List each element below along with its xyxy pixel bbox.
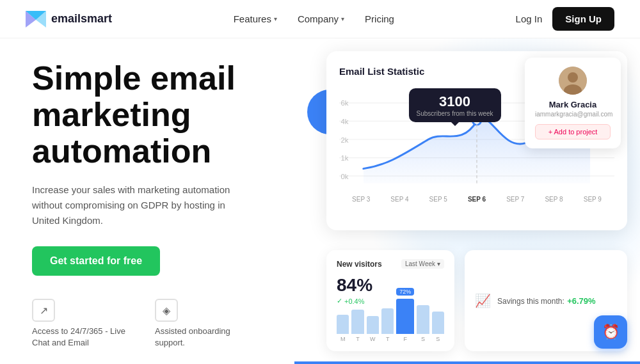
savings-label: Savings this month: [497,297,564,306]
nav-features[interactable]: Features ▾ [234,13,277,24]
hero-section: Simple email marketing automation Increa… [0,38,294,364]
visitors-label: New visitors [337,260,382,269]
bar-F: 72% F [396,288,414,342]
svg-text:6k: 6k [341,100,349,107]
header-actions: Log In Sign Up [516,7,614,31]
chart-up-icon: 📈 [475,293,491,308]
bar-S1: S [417,305,429,342]
check-icon: ✓ [337,297,342,305]
bar-T2: T [381,308,394,342]
logo-text: emailsmart [51,12,112,26]
chat-icon: ↗ [32,299,55,322]
bar-S2: S [432,312,444,342]
bar-W: W [367,316,379,342]
svg-text:2k: 2k [341,136,349,143]
add-project-button[interactable]: + Add to project [535,124,611,139]
signup-button[interactable]: Sign Up [552,7,614,31]
highlight-label: 72% [396,288,414,296]
dashboard-area: Email List Statistic Week ▾ 6k 4k [294,38,640,364]
visitors-percent: 84% [337,275,444,296]
chevron-down-icon: ▾ [274,15,277,22]
chart-dates: SEP 3 SEP 4 SEP 5 SEP 6 SEP 7 SEP 8 SEP … [339,196,614,203]
box-icon: ◈ [155,299,178,322]
profile-card: Mark Gracia iammarkgracia@gmail.com + Ad… [525,58,621,148]
cta-button[interactable]: Get started for free [32,246,160,276]
svg-point-16 [568,72,578,83]
hero-subtitle: Increase your sales with marketing autom… [32,182,237,228]
features-row: ↗ Access to 24/7/365 - Live Chat and Ema… [32,299,269,349]
bottom-bar [294,361,640,364]
login-button[interactable]: Log In [516,13,543,24]
hero-title: Simple email marketing automation [32,60,269,170]
bar-chart: M T W T 72% [337,310,444,342]
clock-icon: ⏰ [602,324,620,340]
visitors-change: ✓ +0.4% [337,297,444,305]
chevron-down-icon: ▾ [341,15,344,22]
nav-company[interactable]: Company ▾ [298,13,344,24]
last-week-badge[interactable]: Last Week ▾ [401,259,444,269]
bar-M: M [337,315,349,342]
feature-chat-text: Access to 24/7/365 - Live Chat and Email [32,326,134,349]
savings-value: +6.79% [567,296,595,306]
feature-chat: ↗ Access to 24/7/365 - Live Chat and Ema… [32,299,134,349]
chart-title: Email List Statistic [339,66,424,77]
logo[interactable]: emailsmart [26,11,112,28]
feature-onboarding: ◈ Assisted onboarding support. [155,299,257,349]
svg-text:0k: 0k [341,173,349,180]
nav-pricing[interactable]: Pricing [365,13,394,24]
bottom-cards: New visitors Last Week ▾ 84% ✓ +0.4% M [326,250,627,351]
feature-onboarding-text: Assisted onboarding support. [155,326,257,349]
bar-T1: T [351,310,364,342]
tooltip-arrow [451,122,459,126]
chevron-down-icon: ▾ [437,260,440,267]
clock-button[interactable]: ⏰ [594,315,627,349]
chart-tooltip: 3100 Subscribers from this week [409,88,501,122]
svg-text:1k: 1k [341,155,349,162]
main-nav: Features ▾ Company ▾ Pricing [234,13,394,24]
visitors-card: New visitors Last Week ▾ 84% ✓ +0.4% M [326,250,454,351]
profile-name: Mark Gracia [535,100,611,109]
profile-email: iammarkgracia@gmail.com [535,111,611,118]
svg-text:4k: 4k [341,118,349,125]
avatar [559,67,587,95]
